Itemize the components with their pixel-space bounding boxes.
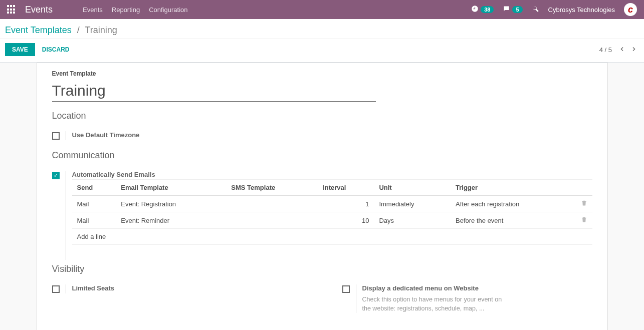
col-unit: Unit	[374, 180, 451, 196]
col-email-template: Email Template	[116, 180, 226, 196]
company-switch[interactable]: Cybrosys Technologies	[548, 6, 615, 14]
section-communication: Communication	[52, 150, 592, 161]
breadcrumb: Event Templates / Training	[5, 25, 639, 36]
checkbox-auto-send-emails[interactable]	[52, 172, 60, 179]
pager-next[interactable]	[629, 43, 639, 56]
label-limited-seats: Limited Seats	[72, 284, 115, 292]
communication-table: Send Email Template SMS Template Interva…	[72, 179, 592, 260]
template-label: Event Template	[52, 70, 592, 77]
discard-button[interactable]: DISCARD	[42, 46, 70, 53]
nav-link-configuration[interactable]: Configuration	[149, 6, 187, 14]
clock-icon	[471, 5, 479, 14]
nav-link-events[interactable]: Events	[83, 6, 103, 14]
app-title: Events	[25, 5, 53, 15]
checkbox-limited-seats[interactable]	[52, 285, 60, 293]
chat-icon	[503, 5, 510, 14]
section-location: Location	[52, 111, 592, 121]
pager-prev[interactable]	[617, 43, 627, 56]
debug-icon[interactable]	[532, 5, 539, 14]
delete-row-icon[interactable]	[576, 212, 592, 229]
col-send: Send	[72, 180, 116, 196]
message-count: 5	[512, 6, 522, 13]
table-row[interactable]: Mail Event: Reminder 10 Days Before the …	[72, 212, 592, 229]
checkbox-default-timezone[interactable]	[52, 132, 60, 140]
pager-text: 4 / 5	[599, 46, 612, 54]
col-trigger: Trigger	[451, 180, 575, 196]
activity-indicator[interactable]: 38	[471, 5, 494, 14]
discuss-indicator[interactable]: 5	[503, 5, 522, 14]
activity-count: 38	[481, 6, 494, 13]
save-button[interactable]: SAVE	[5, 43, 35, 56]
checkbox-dedicated-menu[interactable]	[342, 285, 350, 293]
col-sms-template: SMS Template	[226, 180, 318, 196]
col-interval: Interval	[318, 180, 374, 196]
label-dedicated-menu: Display a dedicated menu on Website	[362, 284, 508, 292]
user-avatar[interactable]: c	[624, 3, 637, 16]
help-dedicated-menu: Check this option to have menus for your…	[362, 295, 508, 313]
delete-row-icon[interactable]	[576, 196, 592, 212]
table-row[interactable]: Mail Event: Registration 1 Immediately A…	[72, 196, 592, 212]
add-line-link[interactable]: Add a line	[72, 229, 592, 245]
label-auto-send-emails: Automatically Send Emails	[72, 171, 592, 178]
breadcrumb-current: Training	[85, 25, 117, 35]
breadcrumb-parent[interactable]: Event Templates	[5, 25, 72, 35]
title-input[interactable]	[52, 80, 376, 102]
label-default-timezone: Use Default Timezone	[72, 131, 140, 139]
section-visibility: Visibility	[52, 264, 592, 274]
apps-menu-icon[interactable]	[7, 5, 16, 14]
nav-link-reporting[interactable]: Reporting	[112, 6, 140, 14]
